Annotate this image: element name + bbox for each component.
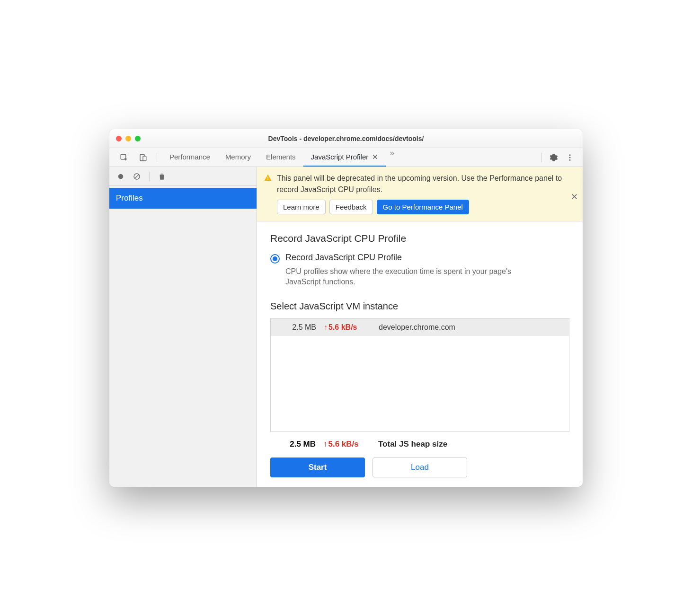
deprecation-notice: This panel will be deprecated in the upc… <box>257 167 583 221</box>
vm-instance-row[interactable]: 2.5 MB 5.6 kB/s developer.chrome.com <box>271 319 569 336</box>
notice-text: This panel will be deprecated in the upc… <box>277 173 576 194</box>
main-panel: This panel will be deprecated in the upc… <box>257 167 583 486</box>
svg-point-6 <box>118 174 124 179</box>
tab-label: Memory <box>225 153 251 161</box>
start-button[interactable]: Start <box>270 458 365 477</box>
tabbar: Performance Memory Elements JavaScript P… <box>109 148 583 167</box>
tab-label: JavaScript Profiler <box>311 153 369 161</box>
sidebar-item-label: Profiles <box>116 194 143 202</box>
warning-icon <box>264 174 272 194</box>
svg-point-5 <box>569 159 571 161</box>
load-button[interactable]: Load <box>373 458 467 477</box>
tab-performance[interactable]: Performance <box>162 148 218 167</box>
arrow-up-icon <box>323 440 328 449</box>
kebab-menu-icon[interactable] <box>563 150 577 165</box>
svg-rect-2 <box>143 156 146 161</box>
devtools-window: DevTools - developer.chrome.com/docs/dev… <box>109 129 583 486</box>
record-icon[interactable] <box>114 170 127 183</box>
total-size: 2.5 MB <box>278 440 316 449</box>
svg-rect-9 <box>267 176 268 179</box>
radio-label: Record JavaScript CPU Profile <box>285 253 402 263</box>
radio-description: CPU profiles show where the execution ti… <box>285 266 532 288</box>
device-toolbar-icon[interactable] <box>136 150 150 165</box>
settings-icon[interactable] <box>547 150 561 165</box>
tab-javascript-profiler[interactable]: JavaScript Profiler ✕ <box>303 148 386 167</box>
sidebar: Profiles <box>109 167 257 486</box>
inspect-element-icon[interactable] <box>117 150 131 165</box>
profile-type-radio[interactable] <box>270 254 280 264</box>
close-tab-icon[interactable]: ✕ <box>372 153 378 161</box>
window-title: DevTools - developer.chrome.com/docs/dev… <box>109 135 583 142</box>
arrow-up-icon <box>324 323 328 332</box>
divider <box>157 153 157 162</box>
delete-icon[interactable] <box>155 170 169 183</box>
feedback-button[interactable]: Feedback <box>329 200 373 214</box>
vm-instance-list: 2.5 MB 5.6 kB/s developer.chrome.com <box>270 318 569 432</box>
sidebar-item-profiles[interactable]: Profiles <box>109 188 257 209</box>
divider <box>541 153 542 162</box>
more-tabs-icon[interactable]: » <box>386 148 398 167</box>
section-heading: Record JavaScript CPU Profile <box>270 233 569 244</box>
tab-label: Performance <box>169 153 210 161</box>
vm-host: developer.chrome.com <box>379 323 455 332</box>
total-label: Total JS heap size <box>378 440 447 449</box>
svg-point-3 <box>569 154 571 156</box>
vm-rate: 5.6 kB/s <box>324 323 371 332</box>
tab-elements[interactable]: Elements <box>258 148 303 167</box>
titlebar: DevTools - developer.chrome.com/docs/dev… <box>109 129 583 148</box>
vm-heading: Select JavaScript VM instance <box>270 301 569 312</box>
total-rate: 5.6 kB/s <box>323 440 371 449</box>
svg-point-4 <box>569 157 571 158</box>
close-notice-icon[interactable]: ✕ <box>571 192 578 202</box>
svg-rect-10 <box>267 179 268 180</box>
svg-line-8 <box>135 174 139 178</box>
learn-more-button[interactable]: Learn more <box>277 200 326 214</box>
vm-totals: 2.5 MB 5.6 kB/s Total JS heap size <box>270 440 569 449</box>
divider <box>149 172 150 181</box>
vm-size: 2.5 MB <box>278 323 316 332</box>
goto-performance-button[interactable]: Go to Performance Panel <box>377 200 469 214</box>
clear-icon[interactable] <box>130 170 143 183</box>
sidebar-toolbar <box>109 167 257 186</box>
tab-label: Elements <box>266 153 296 161</box>
tab-memory[interactable]: Memory <box>218 148 258 167</box>
